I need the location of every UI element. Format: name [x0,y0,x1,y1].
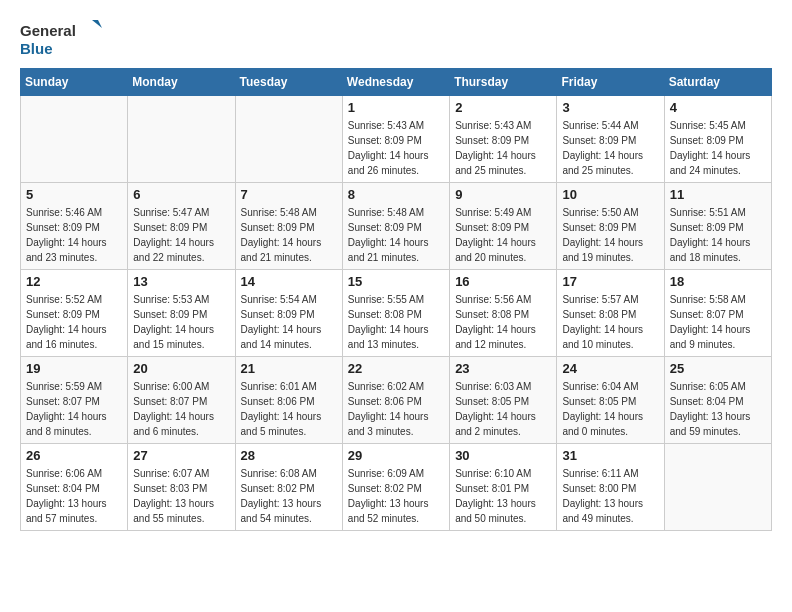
day-info: Sunrise: 6:09 AMSunset: 8:02 PMDaylight:… [348,466,444,526]
calendar-day-cell: 8Sunrise: 5:48 AMSunset: 8:09 PMDaylight… [342,183,449,270]
day-info: Sunrise: 5:43 AMSunset: 8:09 PMDaylight:… [455,118,551,178]
day-number: 20 [133,361,229,376]
day-number: 3 [562,100,658,115]
day-info: Sunrise: 5:45 AMSunset: 8:09 PMDaylight:… [670,118,766,178]
day-number: 16 [455,274,551,289]
day-number: 17 [562,274,658,289]
calendar-day-cell: 31Sunrise: 6:11 AMSunset: 8:00 PMDayligh… [557,444,664,531]
svg-text:General: General [20,22,76,39]
day-info: Sunrise: 6:04 AMSunset: 8:05 PMDaylight:… [562,379,658,439]
calendar-day-cell: 20Sunrise: 6:00 AMSunset: 8:07 PMDayligh… [128,357,235,444]
day-number: 26 [26,448,122,463]
calendar-day-cell: 4Sunrise: 5:45 AMSunset: 8:09 PMDaylight… [664,96,771,183]
calendar-day-cell: 23Sunrise: 6:03 AMSunset: 8:05 PMDayligh… [450,357,557,444]
day-info: Sunrise: 5:49 AMSunset: 8:09 PMDaylight:… [455,205,551,265]
day-number: 22 [348,361,444,376]
day-info: Sunrise: 6:03 AMSunset: 8:05 PMDaylight:… [455,379,551,439]
calendar-day-cell: 11Sunrise: 5:51 AMSunset: 8:09 PMDayligh… [664,183,771,270]
day-number: 11 [670,187,766,202]
day-number: 25 [670,361,766,376]
calendar-day-cell [128,96,235,183]
calendar-day-cell: 24Sunrise: 6:04 AMSunset: 8:05 PMDayligh… [557,357,664,444]
day-info: Sunrise: 6:08 AMSunset: 8:02 PMDaylight:… [241,466,337,526]
calendar-table: SundayMondayTuesdayWednesdayThursdayFrid… [20,68,772,531]
day-info: Sunrise: 5:53 AMSunset: 8:09 PMDaylight:… [133,292,229,352]
day-info: Sunrise: 5:51 AMSunset: 8:09 PMDaylight:… [670,205,766,265]
calendar-day-cell [235,96,342,183]
calendar-week-row: 19Sunrise: 5:59 AMSunset: 8:07 PMDayligh… [21,357,772,444]
weekday-header-cell: Wednesday [342,69,449,96]
calendar-day-cell: 18Sunrise: 5:58 AMSunset: 8:07 PMDayligh… [664,270,771,357]
calendar-day-cell: 3Sunrise: 5:44 AMSunset: 8:09 PMDaylight… [557,96,664,183]
day-number: 24 [562,361,658,376]
day-number: 1 [348,100,444,115]
calendar-day-cell: 13Sunrise: 5:53 AMSunset: 8:09 PMDayligh… [128,270,235,357]
day-info: Sunrise: 5:43 AMSunset: 8:09 PMDaylight:… [348,118,444,178]
weekday-header-cell: Saturday [664,69,771,96]
day-info: Sunrise: 5:50 AMSunset: 8:09 PMDaylight:… [562,205,658,265]
logo: GeneralBlue [20,20,110,58]
calendar-day-cell: 17Sunrise: 5:57 AMSunset: 8:08 PMDayligh… [557,270,664,357]
page-header: GeneralBlue [20,20,772,58]
day-info: Sunrise: 5:44 AMSunset: 8:09 PMDaylight:… [562,118,658,178]
day-info: Sunrise: 5:47 AMSunset: 8:09 PMDaylight:… [133,205,229,265]
day-info: Sunrise: 5:56 AMSunset: 8:08 PMDaylight:… [455,292,551,352]
day-number: 6 [133,187,229,202]
day-number: 15 [348,274,444,289]
day-info: Sunrise: 6:10 AMSunset: 8:01 PMDaylight:… [455,466,551,526]
calendar-day-cell: 5Sunrise: 5:46 AMSunset: 8:09 PMDaylight… [21,183,128,270]
weekday-header-cell: Monday [128,69,235,96]
day-number: 5 [26,187,122,202]
day-number: 19 [26,361,122,376]
day-info: Sunrise: 5:54 AMSunset: 8:09 PMDaylight:… [241,292,337,352]
day-number: 13 [133,274,229,289]
day-number: 31 [562,448,658,463]
calendar-day-cell: 28Sunrise: 6:08 AMSunset: 8:02 PMDayligh… [235,444,342,531]
day-number: 9 [455,187,551,202]
calendar-day-cell: 9Sunrise: 5:49 AMSunset: 8:09 PMDaylight… [450,183,557,270]
calendar-day-cell: 21Sunrise: 6:01 AMSunset: 8:06 PMDayligh… [235,357,342,444]
calendar-day-cell: 30Sunrise: 6:10 AMSunset: 8:01 PMDayligh… [450,444,557,531]
day-info: Sunrise: 5:57 AMSunset: 8:08 PMDaylight:… [562,292,658,352]
day-number: 10 [562,187,658,202]
day-number: 29 [348,448,444,463]
calendar-day-cell: 16Sunrise: 5:56 AMSunset: 8:08 PMDayligh… [450,270,557,357]
day-info: Sunrise: 6:06 AMSunset: 8:04 PMDaylight:… [26,466,122,526]
calendar-day-cell: 29Sunrise: 6:09 AMSunset: 8:02 PMDayligh… [342,444,449,531]
day-info: Sunrise: 5:52 AMSunset: 8:09 PMDaylight:… [26,292,122,352]
day-number: 14 [241,274,337,289]
svg-marker-2 [92,20,102,28]
calendar-day-cell [21,96,128,183]
weekday-header-cell: Friday [557,69,664,96]
calendar-day-cell: 1Sunrise: 5:43 AMSunset: 8:09 PMDaylight… [342,96,449,183]
day-number: 23 [455,361,551,376]
day-info: Sunrise: 6:01 AMSunset: 8:06 PMDaylight:… [241,379,337,439]
day-number: 2 [455,100,551,115]
weekday-header-row: SundayMondayTuesdayWednesdayThursdayFrid… [21,69,772,96]
day-number: 27 [133,448,229,463]
logo-svg: GeneralBlue [20,20,110,58]
calendar-day-cell: 10Sunrise: 5:50 AMSunset: 8:09 PMDayligh… [557,183,664,270]
day-number: 28 [241,448,337,463]
calendar-day-cell: 25Sunrise: 6:05 AMSunset: 8:04 PMDayligh… [664,357,771,444]
calendar-day-cell: 19Sunrise: 5:59 AMSunset: 8:07 PMDayligh… [21,357,128,444]
day-number: 21 [241,361,337,376]
calendar-day-cell: 26Sunrise: 6:06 AMSunset: 8:04 PMDayligh… [21,444,128,531]
day-info: Sunrise: 6:02 AMSunset: 8:06 PMDaylight:… [348,379,444,439]
day-number: 30 [455,448,551,463]
day-info: Sunrise: 6:11 AMSunset: 8:00 PMDaylight:… [562,466,658,526]
day-number: 4 [670,100,766,115]
day-info: Sunrise: 6:00 AMSunset: 8:07 PMDaylight:… [133,379,229,439]
calendar-day-cell: 7Sunrise: 5:48 AMSunset: 8:09 PMDaylight… [235,183,342,270]
day-info: Sunrise: 5:46 AMSunset: 8:09 PMDaylight:… [26,205,122,265]
day-info: Sunrise: 5:59 AMSunset: 8:07 PMDaylight:… [26,379,122,439]
day-info: Sunrise: 6:05 AMSunset: 8:04 PMDaylight:… [670,379,766,439]
day-info: Sunrise: 5:48 AMSunset: 8:09 PMDaylight:… [348,205,444,265]
day-number: 18 [670,274,766,289]
calendar-week-row: 5Sunrise: 5:46 AMSunset: 8:09 PMDaylight… [21,183,772,270]
weekday-header-cell: Sunday [21,69,128,96]
calendar-week-row: 1Sunrise: 5:43 AMSunset: 8:09 PMDaylight… [21,96,772,183]
calendar-day-cell [664,444,771,531]
calendar-week-row: 12Sunrise: 5:52 AMSunset: 8:09 PMDayligh… [21,270,772,357]
calendar-week-row: 26Sunrise: 6:06 AMSunset: 8:04 PMDayligh… [21,444,772,531]
